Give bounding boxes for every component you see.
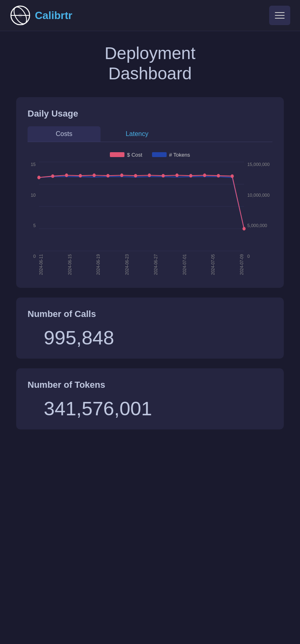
y-right-5m: 5,000,000 [247, 223, 267, 228]
svg-point-20 [189, 174, 193, 177]
legend-cost-label: $ Cost [127, 152, 142, 158]
hamburger-line-1 [275, 12, 285, 13]
daily-usage-title: Daily Usage [28, 108, 272, 119]
svg-point-22 [217, 174, 220, 177]
legend-tokens: # Tokens [152, 152, 190, 158]
svg-point-24 [242, 227, 246, 230]
chart-legend: $ Cost # Tokens [28, 152, 272, 158]
svg-point-17 [148, 173, 151, 177]
calls-card-title: Number of Calls [28, 309, 272, 319]
y-right-10m: 10,000,000 [247, 193, 270, 198]
calibrtr-logo-icon [10, 5, 31, 26]
svg-point-23 [231, 174, 234, 178]
page-title: Deployment Dashboard [16, 43, 284, 84]
y-left-15: 15 [31, 162, 36, 167]
hamburger-line-2 [275, 15, 285, 16]
x-label-0: 2024-06-11 [39, 254, 43, 275]
svg-point-16 [134, 174, 137, 177]
chart-container: $ Cost # Tokens 15 10 5 0 [28, 149, 272, 278]
chart-wrapper: 15 10 5 0 [28, 162, 272, 275]
chart-tabs: Costs Latency [28, 126, 272, 142]
main-content: Deployment Dashboard Daily Usage Costs L… [0, 31, 300, 451]
y-left-0: 0 [33, 254, 36, 259]
tokens-card-title: Number of Tokens [28, 380, 272, 390]
calls-card: Number of Calls 995,848 [16, 298, 284, 359]
svg-point-14 [106, 174, 109, 177]
x-axis-labels: 2024-06-11 2024-06-15 2024-06-19 2024-06… [39, 253, 244, 275]
tokens-value: 341,576,001 [28, 397, 272, 420]
svg-point-11 [65, 173, 68, 177]
hamburger-button[interactable] [269, 6, 290, 25]
y-axis-right: 15,000,000 10,000,000 5,000,000 0 [244, 162, 272, 275]
x-label-1: 2024-06-15 [68, 254, 72, 275]
svg-point-15 [120, 173, 123, 177]
tab-latency[interactable]: Latency [101, 126, 174, 142]
y-left-10: 10 [31, 193, 36, 198]
tab-costs[interactable]: Costs [28, 126, 101, 142]
tokens-card: Number of Tokens 341,576,001 [16, 368, 284, 429]
y-axis-left: 15 10 5 0 [28, 162, 39, 275]
calls-value: 995,848 [28, 327, 272, 349]
hamburger-line-3 [275, 18, 285, 19]
svg-point-19 [176, 173, 179, 177]
svg-point-10 [51, 174, 54, 178]
y-right-15m: 15,000,000 [247, 162, 270, 167]
x-label-3: 2024-06-23 [125, 254, 129, 275]
chart-svg [39, 162, 244, 251]
logo-area: Calibrtr [10, 5, 72, 26]
svg-point-9 [37, 176, 41, 179]
x-label-6: 2024-07-05 [211, 254, 215, 275]
y-left-5: 5 [33, 223, 36, 228]
logo-text: Calibrtr [35, 9, 72, 22]
svg-point-21 [203, 173, 206, 177]
y-right-0: 0 [247, 254, 250, 259]
svg-point-12 [79, 174, 82, 177]
svg-point-18 [162, 174, 165, 177]
chart-inner: 2024-06-11 2024-06-15 2024-06-19 2024-06… [39, 162, 244, 275]
x-label-4: 2024-06-27 [154, 254, 158, 275]
legend-cost: $ Cost [110, 152, 142, 158]
legend-tokens-label: # Tokens [169, 152, 190, 158]
daily-usage-card: Daily Usage Costs Latency $ Cost # Token… [16, 97, 284, 288]
svg-point-13 [92, 173, 96, 177]
legend-cost-color [110, 152, 124, 157]
x-label-2: 2024-06-19 [96, 254, 101, 275]
x-label-7: 2024-07-09 [240, 254, 244, 275]
navbar: Calibrtr [0, 0, 300, 31]
legend-tokens-color [152, 152, 167, 157]
x-label-5: 2024-07-01 [182, 254, 187, 275]
